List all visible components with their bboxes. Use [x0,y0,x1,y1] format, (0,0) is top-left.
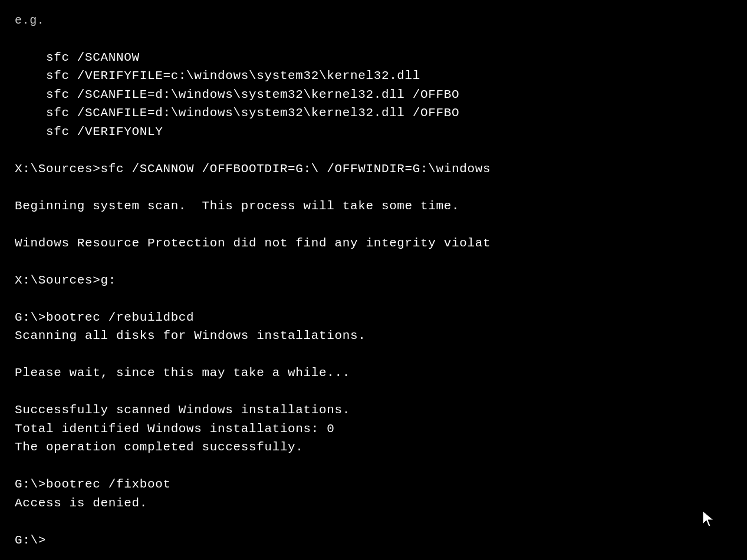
terminal-line-scannow: sfc /SCANNOW [15,48,732,67]
terminal-line-empty4 [15,215,732,234]
terminal-line-verifyfile: sfc /VERIFYFILE=c:\windows\system32\kern… [15,67,732,85]
terminal-line-beginning-scan: Beginning system scan. This process will… [15,197,732,216]
terminal-line-empty7 [15,345,732,364]
terminal-line-eg: e.g. [15,12,732,29]
terminal-line-wrp-result: Windows Resource Protection did not find… [15,234,732,253]
terminal-line-prompt: G:\> [15,531,732,550]
terminal-line-bootrec-fixboot: G:\>bootrec /fixboot [15,475,732,494]
terminal-line-sfc-command: X:\Sources>sfc /SCANNOW /OFFBOOTDIR=G:\ … [15,160,732,179]
terminal-line-bootrec-rebuild: G:\>bootrec /rebuildbcd [15,308,732,327]
terminal-line-scanfile1: sfc /SCANFILE=d:\windows\system32\kernel… [15,85,732,104]
terminal-line-scanfile2: sfc /SCANFILE=d:\windows\system32\kernel… [15,104,732,123]
terminal-line-sources-g: X:\Sources>g: [15,271,732,290]
terminal-line-operation-completed: The operation completed successfully. [15,438,732,457]
terminal-line-empty3 [15,178,732,197]
terminal-line-empty8 [15,383,732,401]
terminal-line-empty6 [15,289,732,308]
terminal-line-total-identified: Total identified Windows installations: … [15,420,732,439]
terminal-line-verifyonly: sfc /VERIFYONLY [15,123,732,141]
terminal-line-access-denied: Access is denied. [15,494,732,513]
monitor-frame: e.g. sfc /SCANNOW sfc /VERIFYFILE=c:\win… [0,0,747,560]
terminal-window: e.g. sfc /SCANNOW sfc /VERIFYFILE=c:\win… [0,0,747,560]
terminal-line-empty9 [15,457,732,476]
terminal-line-scanning-disks: Scanning all disks for Windows installat… [15,327,732,345]
terminal-line-empty5 [15,252,732,271]
terminal-line-please-wait: Please wait, since this may take a while… [15,364,732,383]
terminal-line-empty10 [15,512,732,531]
terminal-line-empty1 [15,29,732,48]
terminal-line-empty2 [15,141,732,160]
terminal-line-successfully-scanned: Successfully scanned Windows installatio… [15,401,732,420]
mouse-cursor-icon [702,510,715,528]
